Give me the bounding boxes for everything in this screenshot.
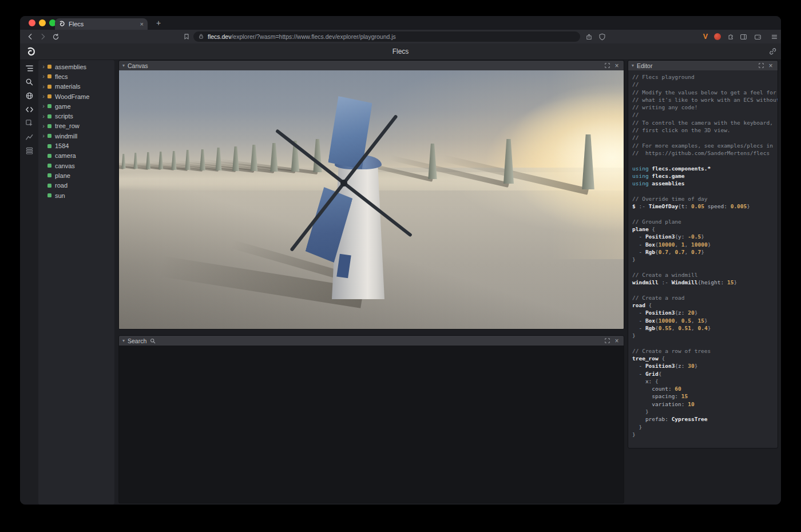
extension-red-icon[interactable]	[714, 33, 721, 40]
tab-title: Flecs	[69, 21, 137, 27]
code-line	[632, 187, 776, 194]
tab-close-icon[interactable]: ×	[140, 21, 144, 27]
close-panel-icon[interactable]: ×	[613, 62, 620, 69]
entity-tree-icon[interactable]	[25, 63, 34, 73]
tree-item-windmill[interactable]: ›windmill	[38, 131, 114, 141]
left-icon-strip	[20, 60, 38, 505]
tree-item-materials[interactable]: ›materials	[38, 82, 114, 92]
wallet-icon[interactable]	[753, 32, 762, 41]
search-magnifier-icon	[149, 338, 156, 344]
reload-button[interactable]	[51, 32, 60, 41]
tree-item-flecs[interactable]: ›flecs	[38, 72, 114, 81]
tree-item-1584[interactable]: 1584	[38, 141, 114, 150]
collapse-caret-icon[interactable]: ▾	[632, 63, 634, 68]
tree-item-tree_row[interactable]: ›tree_row	[38, 121, 114, 131]
tree-item-sun[interactable]: sun	[38, 190, 114, 200]
code-line: // first click on the 3D view.	[632, 126, 776, 134]
tree-item-scripts[interactable]: ›scripts	[38, 111, 114, 121]
code-line: // Override time of day	[632, 195, 776, 203]
tree-item-label: flecs	[55, 73, 68, 80]
tree-expand-caret-icon[interactable]: ›	[41, 93, 46, 100]
canvas-panel-title: Canvas	[128, 62, 148, 69]
canvas-panel: ▾ Canvas ×	[118, 60, 624, 329]
site-lock-icon[interactable]	[198, 31, 204, 42]
inspect-icon[interactable]	[25, 118, 34, 128]
menu-icon[interactable]	[770, 32, 779, 41]
entity-kind-swatch	[47, 164, 51, 168]
canvas-scene[interactable]	[119, 70, 624, 329]
tree-item-label: 1584	[55, 142, 69, 149]
close-panel-icon[interactable]: ×	[613, 338, 620, 344]
extensions-puzzle-icon[interactable]	[725, 32, 735, 41]
tree-expand-caret-icon[interactable]: ›	[41, 123, 46, 129]
fullscreen-icon[interactable]	[604, 338, 610, 344]
sidebar-toggle-icon[interactable]	[739, 32, 748, 41]
code-line: }	[632, 408, 776, 415]
windmill	[119, 70, 624, 329]
canvas-panel-header[interactable]: ▾ Canvas ×	[119, 61, 624, 70]
code-icon[interactable]	[25, 105, 34, 114]
tree-expand-caret-icon[interactable]: ›	[41, 63, 46, 70]
forward-button[interactable]	[38, 32, 47, 41]
url-host: flecs.dev	[208, 33, 231, 40]
back-button[interactable]	[26, 32, 35, 41]
tree-item-camera[interactable]: camera	[38, 151, 114, 161]
extension-v-icon[interactable]: V	[701, 32, 710, 41]
code-line: - Rgb{0.7, 0.7, 0.7}	[632, 248, 776, 256]
tree-item-plane[interactable]: plane	[38, 170, 114, 180]
code-line: // To control the camera with the keyboa…	[632, 119, 776, 126]
editor-code[interactable]: // Flecs playground//// Modify the value…	[628, 70, 778, 448]
entity-kind-swatch	[47, 114, 51, 118]
tree-item-label: game	[55, 103, 71, 110]
code-line: road {	[632, 301, 776, 309]
code-line: }	[632, 256, 776, 263]
code-line	[632, 286, 776, 293]
code-line	[632, 263, 776, 271]
tree-item-assemblies[interactable]: ›assemblies	[38, 62, 114, 72]
tree-expand-caret-icon[interactable]: ›	[41, 103, 46, 109]
memory-icon[interactable]	[25, 146, 34, 155]
code-line: using flecs.game	[632, 172, 776, 180]
entity-kind-swatch	[47, 184, 51, 188]
tree-expand-caret-icon[interactable]: ›	[41, 73, 46, 80]
close-panel-icon[interactable]: ×	[767, 62, 774, 69]
brave-shield-icon[interactable]	[597, 32, 606, 41]
new-tab-button[interactable]: +	[153, 18, 164, 28]
world-icon[interactable]	[25, 91, 34, 100]
entity-kind-swatch	[47, 134, 51, 138]
share-link-icon[interactable]	[768, 47, 777, 58]
entity-kind-swatch	[47, 65, 51, 69]
query-search-icon[interactable]	[25, 77, 34, 86]
search-panel-header[interactable]: ▾ Search ×	[119, 336, 624, 346]
fullscreen-icon[interactable]	[758, 62, 764, 69]
code-line: // Create a windmill	[632, 271, 776, 279]
tree-item-canvas[interactable]: canvas	[38, 161, 114, 170]
share-icon[interactable]	[584, 32, 593, 41]
tree-expand-caret-icon[interactable]: ›	[41, 113, 46, 120]
tree-expand-caret-icon[interactable]: ›	[41, 133, 46, 139]
entity-tree: ›assemblies›flecs›materials›WoodFrame›ga…	[38, 60, 114, 505]
page-header: Flecs	[20, 43, 781, 60]
tree-item-road[interactable]: road	[38, 181, 114, 190]
url-bar[interactable]: flecs.dev/explorer/?wasm=https://www.fle…	[193, 31, 580, 42]
tree-item-WoodFrame[interactable]: ›WoodFrame	[38, 92, 114, 101]
code-line: //	[632, 134, 776, 141]
tree-item-label: assemblies	[55, 63, 86, 70]
bookmark-sidebar-icon[interactable]	[182, 32, 191, 41]
search-results-area[interactable]	[119, 346, 624, 503]
collapse-caret-icon[interactable]: ▾	[122, 63, 125, 68]
window-minimize-button[interactable]	[39, 19, 46, 26]
collapse-caret-icon[interactable]: ▾	[122, 339, 125, 343]
tree-expand-caret-icon[interactable]: ›	[41, 84, 46, 90]
stats-chart-icon[interactable]	[25, 132, 34, 141]
window-close-button[interactable]	[29, 19, 35, 26]
code-line: - Box{10000, 1, 10000}	[632, 241, 776, 248]
tree-item-game[interactable]: ›game	[38, 101, 114, 111]
editor-panel-header[interactable]: ▾ Editor ×	[628, 61, 778, 70]
browser-tab[interactable]: Flecs ×	[55, 18, 148, 30]
code-line: //	[632, 111, 776, 118]
code-line: - Position3{z: 30}	[632, 362, 776, 370]
code-line: }	[632, 423, 776, 431]
code-line: // For more examples, see examples/plecs…	[632, 142, 776, 149]
fullscreen-icon[interactable]	[604, 62, 610, 69]
